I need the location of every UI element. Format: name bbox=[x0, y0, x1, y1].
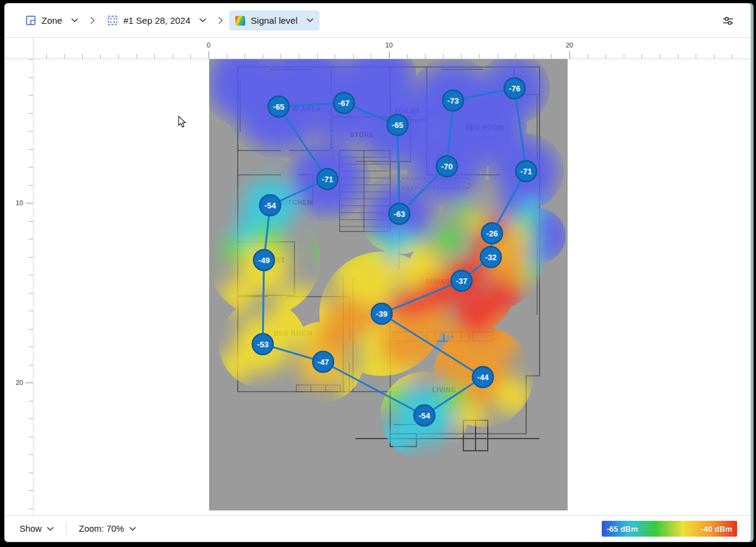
signal-legend: -65 dBm -40 dBm bbox=[602, 521, 737, 537]
survey-point-value: -54 bbox=[419, 411, 431, 420]
zoom-dropdown-label: Zoom: 70% bbox=[79, 524, 124, 534]
survey-point[interactable]: -54 bbox=[260, 195, 280, 216]
ruler-label: 20 bbox=[16, 379, 23, 386]
breadcrumb-zone-label: Zone bbox=[41, 15, 62, 26]
survey-point[interactable]: -54 bbox=[414, 405, 435, 426]
survey-point[interactable]: -53 bbox=[252, 334, 273, 355]
signal-gradient-icon bbox=[235, 16, 245, 26]
survey-point-value: -63 bbox=[394, 210, 405, 219]
app-window: Zone #1 Sep 28, 2024 Signal level bbox=[4, 3, 751, 542]
legend-min-label: -65 dBm bbox=[607, 524, 638, 534]
ruler-vertical: 1020 bbox=[5, 59, 34, 515]
survey-point[interactable]: -39 bbox=[371, 303, 392, 324]
survey-point-value: -65 bbox=[273, 102, 285, 111]
survey-point[interactable]: -65 bbox=[268, 96, 289, 117]
breadcrumb-zone[interactable]: Zone bbox=[20, 10, 84, 30]
survey-point-value: -67 bbox=[338, 99, 350, 108]
view-settings-button[interactable] bbox=[719, 12, 737, 29]
breadcrumb-separator-icon bbox=[90, 16, 95, 24]
survey-point-value: -65 bbox=[392, 121, 404, 130]
survey-point-value: -54 bbox=[265, 201, 277, 210]
survey-point-value: -71 bbox=[322, 175, 333, 184]
survey-point-value: -39 bbox=[376, 309, 388, 319]
survey-point-value: -70 bbox=[441, 162, 453, 171]
survey-point[interactable]: -70 bbox=[437, 156, 457, 177]
survey-point[interactable]: -65 bbox=[387, 115, 408, 135]
heatmap-view: W-AREASTORETOILETBED ROOMKITCHENTOILETBE… bbox=[209, 59, 568, 510]
mouse-cursor bbox=[178, 116, 187, 128]
survey-point[interactable]: -47 bbox=[313, 351, 333, 372]
survey-point[interactable]: -63 bbox=[389, 203, 410, 224]
show-dropdown[interactable]: Show bbox=[18, 520, 55, 537]
ruler-label: 0 bbox=[207, 41, 210, 49]
survey-point-value: -73 bbox=[448, 96, 459, 105]
breadcrumb-separator-icon bbox=[218, 16, 223, 24]
survey-point[interactable]: -26 bbox=[482, 223, 502, 244]
chevron-down-icon bbox=[199, 18, 206, 23]
legend-max-label: -40 dBm bbox=[701, 524, 732, 534]
toolbar: Zone #1 Sep 28, 2024 Signal level bbox=[5, 4, 751, 38]
breadcrumb-survey[interactable]: #1 Sep 28, 2024 bbox=[101, 10, 212, 30]
survey-point[interactable]: -32 bbox=[480, 247, 501, 267]
zoom-dropdown[interactable]: Zoom: 70% bbox=[77, 520, 137, 537]
ruler-label: 10 bbox=[16, 199, 23, 206]
zone-icon bbox=[26, 15, 36, 26]
breadcrumb-visualization[interactable]: Signal level bbox=[229, 10, 319, 30]
sliders-icon bbox=[721, 15, 735, 26]
ruler-horizontal: 01020 bbox=[34, 38, 751, 59]
status-separator bbox=[66, 521, 66, 536]
survey-point[interactable]: -76 bbox=[504, 78, 525, 99]
survey-point-value: -26 bbox=[487, 229, 498, 238]
map-canvas[interactable]: W-AREASTORETOILETBED ROOMKITCHENTOILETBE… bbox=[34, 59, 751, 515]
survey-point[interactable]: -44 bbox=[472, 367, 493, 387]
ruler-corner bbox=[5, 38, 34, 59]
survey-point[interactable]: -37 bbox=[451, 270, 472, 291]
survey-point[interactable]: -67 bbox=[333, 93, 354, 113]
ruler-label: 10 bbox=[385, 41, 393, 49]
status-bar: Show Zoom: 70% -65 dBm -40 dBm bbox=[5, 515, 751, 542]
survey-point-value: -71 bbox=[521, 167, 532, 176]
breadcrumb-survey-label: #1 Sep 28, 2024 bbox=[123, 15, 190, 26]
survey-point-value: -53 bbox=[257, 340, 269, 349]
survey-point[interactable]: -71 bbox=[516, 161, 537, 182]
survey-point-value: -37 bbox=[456, 277, 468, 286]
survey-point[interactable]: -49 bbox=[254, 250, 274, 270]
show-dropdown-label: Show bbox=[20, 524, 41, 534]
chevron-down-icon bbox=[307, 18, 313, 23]
survey-point-value: -49 bbox=[259, 256, 270, 265]
survey-point-value: -76 bbox=[509, 84, 521, 93]
survey-point-value: -32 bbox=[485, 253, 497, 262]
survey-point-value: -44 bbox=[477, 373, 490, 382]
survey-points-icon bbox=[107, 15, 118, 26]
chevron-down-icon bbox=[129, 527, 136, 531]
ruler-label: 20 bbox=[566, 41, 573, 49]
breadcrumb-visualization-label: Signal level bbox=[251, 15, 298, 26]
survey-point[interactable]: -73 bbox=[443, 90, 463, 111]
chevron-down-icon bbox=[47, 527, 54, 531]
survey-point-value: -47 bbox=[318, 358, 329, 367]
survey-point[interactable]: -71 bbox=[317, 169, 338, 189]
chevron-down-icon bbox=[71, 18, 78, 23]
